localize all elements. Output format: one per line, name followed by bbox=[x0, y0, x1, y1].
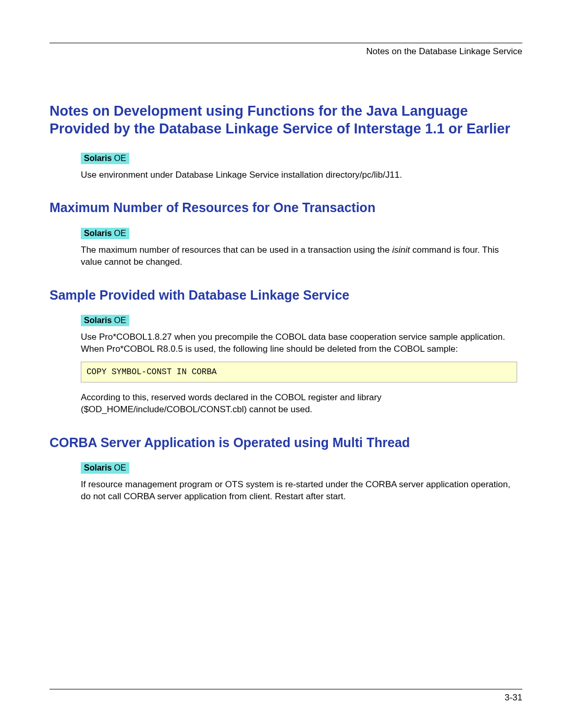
page-header: Notes on the Database Linkage Service bbox=[50, 43, 522, 57]
solaris-oe-badge: Solaris OE bbox=[81, 315, 129, 326]
section-1-body: Solaris OE Use environment under Databas… bbox=[81, 153, 517, 181]
heading-corba-multithread: CORBA Server Application is Operated usi… bbox=[50, 435, 522, 451]
text-fragment: The maximum number of resources that can… bbox=[81, 245, 392, 255]
section-2-body: Solaris OE The maximum number of resourc… bbox=[81, 228, 517, 268]
section-4-text: If resource management program or OTS sy… bbox=[81, 479, 517, 503]
section-3-text-1: Use Pro*COBOL1.8.27 when you precompile … bbox=[81, 331, 517, 355]
section-1-text: Use environment under Database Linkage S… bbox=[81, 169, 517, 181]
page-footer: 3-31 bbox=[50, 689, 522, 703]
heading-java-language-notes: Notes on Development using Functions for… bbox=[50, 103, 522, 138]
header-right-text: Notes on the Database Linkage Service bbox=[366, 46, 522, 56]
solaris-oe-badge: Solaris OE bbox=[81, 153, 129, 164]
section-4-body: Solaris OE If resource management progra… bbox=[81, 462, 517, 503]
page-content: Notes on the Database Linkage Service No… bbox=[50, 43, 522, 697]
heading-sample-provided: Sample Provided with Database Linkage Se… bbox=[50, 287, 522, 303]
section-2-text: The maximum number of resources that can… bbox=[81, 244, 517, 268]
code-sample: COPY SYMBOL-CONST IN CORBA bbox=[81, 362, 517, 382]
heading-max-resources: Maximum Number of Resources for One Tran… bbox=[50, 200, 522, 216]
section-3-text-2: According to this, reserved words declar… bbox=[81, 392, 517, 416]
isinit-command: isinit bbox=[392, 245, 410, 255]
solaris-oe-badge: Solaris OE bbox=[81, 462, 129, 474]
solaris-oe-badge: Solaris OE bbox=[81, 228, 129, 239]
page-number: 3-31 bbox=[505, 693, 522, 702]
section-3-body: Solaris OE Use Pro*COBOL1.8.27 when you … bbox=[81, 315, 517, 416]
